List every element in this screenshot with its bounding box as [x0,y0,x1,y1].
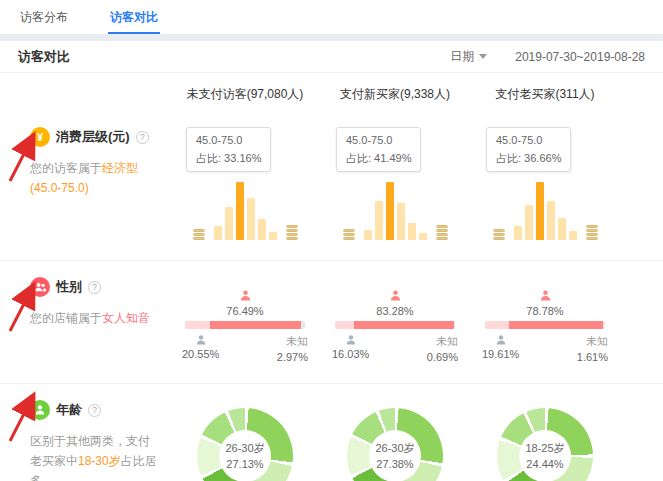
donut-center-label: 26-30岁 27.13% [219,430,271,481]
coins-high-icon [286,225,298,240]
annotation-arrow [3,282,41,336]
age-chart-unpaid[interactable]: 26-30岁 27.13% [170,400,320,481]
help-icon[interactable]: ? [88,281,101,294]
male-percent: 20.55% [182,348,219,360]
consumption-chart-new-buyers[interactable]: 45.0-75.0 占比: 41.49% [320,127,470,240]
donut-chart[interactable]: 26-30岁 27.13% [197,408,293,481]
chart-tooltip: 45.0-75.0 占比: 41.49% [336,127,421,172]
tab-visitor-comparison[interactable]: 访客对比 [110,0,158,34]
unknown-percent: 0.69% [427,351,458,363]
coins-low-icon [343,229,355,240]
section-consumption: ¥ 消费层级(元) ? 您的访客属于经济型(45.0-75.0) 45.0-75… [0,111,663,260]
gender-chart-new-buyers[interactable]: 83.28% 16.03% 未知 0.69% [320,277,470,363]
date-dropdown[interactable]: 日期 [450,48,487,65]
gender-bar[interactable] [335,321,455,329]
card-header: 访客对比 日期 2019-07-30~2019-08-28 [0,41,663,73]
section-gender: 性别 ? 您的店铺属于女人知音 76.49% 20.55% 未知 [0,260,663,383]
male-icon [495,334,507,346]
chart-tooltip: 45.0-75.0 占比: 36.66% [486,127,571,172]
female-icon [239,289,252,302]
column-header-row: 未支付访客(97,080人) 支付新买家(9,338人) 支付老买家(311人) [0,73,663,111]
tab-bar: 访客分布 访客对比 [0,0,663,35]
annotation-arrow [3,132,41,186]
gender-chart-unpaid[interactable]: 76.49% 20.55% 未知 2.97% [170,277,320,363]
consumption-desc: 您的访客属于经济型(45.0-75.0) [30,159,160,199]
age-chart-new-buyers[interactable]: 26-30岁 27.38% [320,400,470,481]
date-dropdown-label: 日期 [450,48,474,65]
coins-low-icon [193,229,205,240]
female-icon [539,289,552,302]
column-header-new-buyers: 支付新买家(9,338人) [320,86,470,103]
column-header-unpaid-visitors: 未支付访客(97,080人) [170,86,320,103]
chart-tooltip: 45.0-75.0 占比: 33.16% [186,127,271,172]
tab-visitor-distribution[interactable]: 访客分布 [20,0,68,34]
bar-chart[interactable] [214,182,277,240]
gender-title: 性别 [56,278,82,296]
donut-center-label: 26-30岁 27.38% [369,430,421,481]
column-header-returning-buyers: 支付老买家(311人) [470,86,620,103]
donut-chart[interactable]: 26-30岁 27.38% [347,408,443,481]
female-percent: 78.78% [526,305,563,317]
help-icon[interactable]: ? [88,404,101,417]
unknown-label: 未知 [286,334,308,349]
coins-low-icon [493,229,505,240]
unknown-label: 未知 [436,334,458,349]
age-desc: 区别于其他两类，支付老买家中18-30岁占比居多 [30,432,160,481]
age-chart-returning-buyers[interactable]: 18-25岁 24.44% [470,400,620,481]
consumption-title: 消费层级(元) [56,128,130,146]
page-title: 访客对比 [18,48,70,66]
gender-chart-returning-buyers[interactable]: 78.78% 19.61% 未知 1.61% [470,277,620,363]
donut-center-label: 18-25岁 24.44% [519,430,571,481]
consumption-chart-returning-buyers[interactable]: 45.0-75.0 占比: 36.66% [470,127,620,240]
male-icon [345,334,357,346]
age-desc-highlight: 18-30岁 [78,454,121,468]
gender-bar[interactable] [485,321,605,329]
chevron-down-icon [479,54,487,59]
section-age: 年龄 ? 区别于其他两类，支付老买家中18-30岁占比居多 26-30岁 27.… [0,383,663,481]
help-icon[interactable]: ? [136,131,149,144]
gender-bar[interactable] [185,321,305,329]
female-icon [389,289,402,302]
male-percent: 16.03% [332,348,369,360]
bar-chart[interactable] [364,182,427,240]
annotation-arrow [3,392,41,446]
coins-high-icon [436,225,448,240]
bar-chart[interactable] [514,182,577,240]
unknown-label: 未知 [586,334,608,349]
male-percent: 19.61% [482,348,519,360]
female-percent: 76.49% [226,305,263,317]
male-icon [195,334,207,346]
visitor-comparison-card: 访客对比 日期 2019-07-30~2019-08-28 未支付访客(97,0… [0,41,663,481]
unknown-percent: 1.61% [577,351,608,363]
female-percent: 83.28% [376,305,413,317]
consumption-chart-unpaid[interactable]: 45.0-75.0 占比: 33.16% [170,127,320,240]
gender-desc: 您的店铺属于女人知音 [30,309,160,329]
gender-desc-highlight: 女人知音 [102,311,150,325]
coins-high-icon [586,225,598,240]
age-title: 年龄 [56,401,82,419]
analytics-screen: 访客分布 访客对比 访客对比 日期 2019-07-30~2019-08-28 … [0,0,663,481]
unknown-percent: 2.97% [277,351,308,363]
donut-chart[interactable]: 18-25岁 24.44% [497,408,593,481]
date-range[interactable]: 2019-07-30~2019-08-28 [515,50,645,64]
